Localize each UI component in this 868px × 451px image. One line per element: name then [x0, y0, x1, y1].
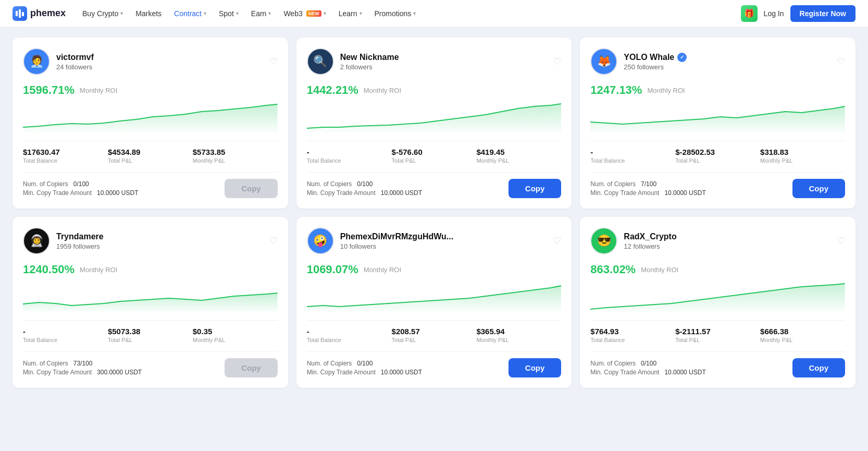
nav-buy-crypto[interactable]: Buy Crypto ▾	[82, 7, 123, 20]
register-button[interactable]: Register Now	[790, 5, 855, 22]
copy-button[interactable]: Copy	[225, 179, 278, 198]
chart-svg	[23, 101, 278, 132]
roi-value: 1442.21%	[307, 83, 358, 97]
stat-total-pnl: $-576.60 Total P&L	[392, 148, 477, 164]
verified-icon: ✓	[677, 53, 687, 62]
trader-card: 🔍 New Nickname 2 followers ♡ 1442.21% Mo…	[296, 38, 572, 209]
copy-section: Num. of Copiers 0/100 Min. Copy Trade Am…	[307, 351, 562, 377]
copy-section: Num. of Copiers 0/100 Min. Copy Trade Am…	[23, 172, 278, 198]
favorite-icon[interactable]: ♡	[269, 56, 278, 67]
avatar: 🧑‍💼	[23, 48, 50, 75]
card-user: 😎 RadX_Crypto 12 followers	[590, 227, 676, 254]
stat-value: $-576.60	[392, 148, 477, 156]
stat-label: Monthly P&L	[760, 157, 845, 164]
stats-row: $764.93 Total Balance $-2111.57 Total P&…	[590, 320, 845, 343]
stat-total-balance: - Total Balance	[23, 327, 108, 343]
stat-monthly-pnl: $5733.85 Monthly P&L	[193, 148, 278, 164]
roi-row: 1247.13% Monthly ROI	[590, 83, 845, 97]
stat-value: $208.57	[392, 327, 477, 336]
user-info: YOLO Whale✓ 250 followers	[624, 53, 687, 71]
num-copiers-line: Num. of Copiers 0/100	[307, 360, 422, 367]
copy-row: Num. of Copiers 0/100 Min. Copy Trade Am…	[23, 179, 278, 198]
stat-label: Total P&L	[392, 157, 477, 164]
copy-button[interactable]: Copy	[792, 358, 846, 377]
avatar: 🦊	[590, 48, 617, 75]
logo[interactable]: phemex	[13, 6, 66, 21]
nav-earn[interactable]: Earn ▾	[251, 7, 271, 20]
favorite-icon[interactable]: ♡	[269, 235, 278, 247]
roi-label: Monthly ROI	[647, 87, 685, 94]
stat-value: $4534.89	[108, 148, 193, 156]
navbar: phemex Buy Crypto ▾ Markets Contract ▾ S…	[0, 0, 868, 27]
stat-label: Total P&L	[392, 337, 477, 343]
stat-label: Total Balance	[307, 337, 392, 343]
chart-svg	[307, 101, 562, 132]
chart-area	[590, 281, 845, 312]
nav-spot[interactable]: Spot ▾	[219, 7, 239, 20]
stat-monthly-pnl: $0.35 Monthly P&L	[193, 327, 278, 343]
favorite-icon[interactable]: ♡	[837, 56, 845, 67]
nav-learn[interactable]: Learn ▾	[339, 7, 362, 20]
login-button[interactable]: Log In	[764, 9, 784, 18]
stat-value: $419.45	[476, 148, 561, 156]
copy-info: Num. of Copiers 73/100 Min. Copy Trade A…	[23, 360, 142, 376]
nav-contract[interactable]: Contract ▾	[174, 7, 206, 20]
avatar: 🔍	[307, 48, 334, 75]
avatar: 😎	[590, 227, 617, 254]
gift-icon[interactable]: 🎁	[741, 5, 758, 22]
roi-row: 863.02% Monthly ROI	[590, 263, 845, 276]
roi-label: Monthly ROI	[364, 87, 401, 94]
user-name: Tryndamere	[56, 232, 104, 241]
svg-rect-0	[16, 11, 18, 16]
copy-info: Num. of Copiers 0/100 Min. Copy Trade Am…	[307, 360, 422, 376]
nav-markets[interactable]: Markets	[135, 7, 162, 20]
trader-card: 🦊 YOLO Whale✓ 250 followers ♡ 1247.13% M…	[580, 38, 855, 209]
user-followers: 10 followers	[340, 242, 454, 250]
stat-label: Total Balance	[590, 337, 675, 343]
card-user: 🤪 PhemexDiMvrRMzguHdWu... 10 followers	[307, 227, 454, 254]
stat-label: Total Balance	[590, 157, 675, 164]
stat-value: $318.83	[760, 148, 845, 156]
chart-area	[23, 281, 278, 312]
user-name: YOLO Whale✓	[624, 53, 687, 62]
copy-button[interactable]: Copy	[225, 358, 278, 377]
nav-promotions[interactable]: Promotions ▾	[375, 7, 416, 20]
user-info: RadX_Crypto 12 followers	[624, 232, 676, 250]
favorite-icon[interactable]: ♡	[553, 56, 561, 67]
card-user: 🦊 YOLO Whale✓ 250 followers	[590, 48, 687, 75]
roi-label: Monthly ROI	[80, 87, 117, 94]
copy-section: Num. of Copiers 0/100 Min. Copy Trade Am…	[590, 351, 845, 377]
stat-total-pnl: $-28502.53 Total P&L	[675, 148, 760, 164]
chevron-down-icon: ▾	[268, 10, 271, 16]
roi-row: 1442.21% Monthly ROI	[307, 83, 562, 97]
favorite-icon[interactable]: ♡	[553, 235, 561, 247]
stats-row: - Total Balance $5073.38 Total P&L $0.35…	[23, 320, 278, 343]
roi-row: 1596.71% Monthly ROI	[23, 83, 278, 97]
num-copiers-line: Num. of Copiers 73/100	[23, 360, 142, 367]
stat-total-balance: - Total Balance	[307, 327, 392, 343]
roi-value: 1247.13%	[590, 83, 642, 97]
card-user: 🧑‍💼 victormvf 24 followers	[23, 48, 94, 75]
user-info: PhemexDiMvrRMzguHdWu... 10 followers	[340, 232, 454, 250]
nav-right: 🎁 Log In Register Now	[741, 5, 855, 22]
min-copy-line: Min. Copy Trade Amount 10.0000 USDT	[590, 189, 705, 197]
copy-button[interactable]: Copy	[509, 358, 562, 377]
copy-section: Num. of Copiers 0/100 Min. Copy Trade Am…	[307, 172, 562, 198]
stat-label: Monthly P&L	[193, 337, 278, 343]
trader-card: 😎 RadX_Crypto 12 followers ♡ 863.02% Mon…	[580, 217, 855, 388]
copy-button[interactable]: Copy	[509, 179, 562, 198]
user-info: victormvf 24 followers	[56, 53, 94, 71]
avatar: 🤪	[307, 227, 334, 254]
user-info: Tryndamere 1959 followers	[56, 232, 104, 250]
favorite-icon[interactable]: ♡	[837, 235, 845, 247]
num-copiers-line: Num. of Copiers 0/100	[23, 180, 138, 188]
card-user: 🔍 New Nickname 2 followers	[307, 48, 399, 75]
stat-label: Monthly P&L	[760, 337, 845, 343]
nav-web3[interactable]: Web3 NEW ▾	[283, 7, 326, 20]
chevron-down-icon: ▾	[120, 10, 123, 16]
trader-card: 🧑‍💼 victormvf 24 followers ♡ 1596.71% Mo…	[13, 38, 288, 209]
copy-button[interactable]: Copy	[792, 179, 846, 198]
chevron-down-icon: ▾	[204, 10, 206, 16]
copy-row: Num. of Copiers 0/100 Min. Copy Trade Am…	[307, 358, 562, 377]
chart-area	[23, 101, 278, 132]
